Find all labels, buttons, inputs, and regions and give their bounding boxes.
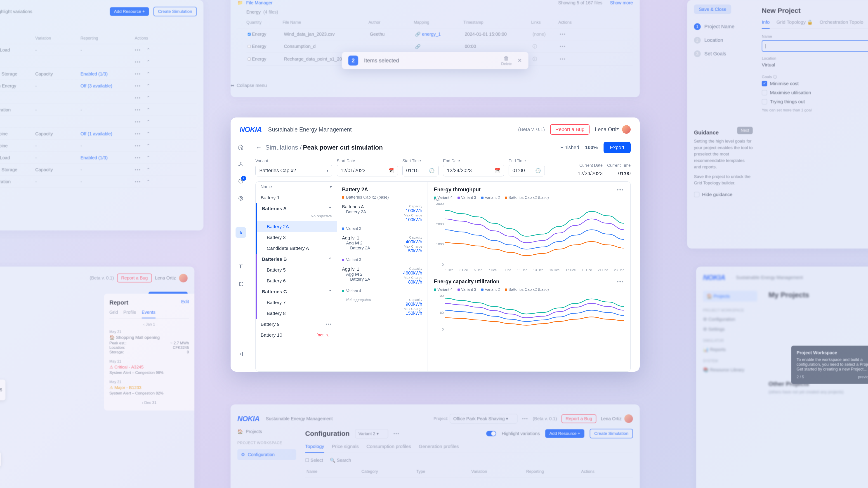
nav-reports[interactable]: 📊 Reports	[703, 347, 757, 352]
next-button[interactable]: Next	[737, 127, 753, 134]
chart-more-icon[interactable]: •••	[617, 187, 624, 193]
report-bug-button[interactable]: Report a Bug	[561, 414, 596, 423]
nav-configuration[interactable]: ⚙ Configuration	[703, 317, 757, 322]
project-select[interactable]: Office Park Peak Shaving ▾	[450, 414, 518, 423]
nav-projects[interactable]: Projects	[246, 429, 262, 434]
add-resource-button[interactable]: Add Resource +	[545, 429, 584, 438]
breadcrumb-root[interactable]: Simulations /	[266, 144, 302, 151]
tooltip-prev[interactable]: previous	[858, 375, 868, 379]
delete-icon[interactable]: 🗑Delete	[501, 55, 512, 66]
name-input[interactable]: |	[762, 40, 868, 52]
map-pin-2[interactable]: 🏠CFK3245	[0, 452, 1, 467]
search-input[interactable]: 🔍 Search	[330, 457, 351, 463]
avatar[interactable]	[622, 125, 631, 134]
end-time-input[interactable]: 01:00🕐	[508, 165, 545, 176]
select-checkbox[interactable]: ☐ Select	[305, 457, 323, 463]
variant-select[interactable]: Batteries Cap x2▾	[255, 165, 332, 176]
expand-icon[interactable]	[237, 350, 245, 358]
more-icon[interactable]: •••	[394, 431, 400, 436]
show-more-link[interactable]: Show more	[610, 0, 633, 5]
avatar[interactable]	[179, 274, 188, 283]
table-row[interactable]: Dynamic Load--•••⌃	[0, 44, 197, 56]
more-icon[interactable]: •••	[522, 416, 528, 421]
cfg-tab[interactable]: Topology	[305, 444, 324, 453]
tree-battery-1[interactable]: Battery 1	[256, 192, 337, 203]
tree-battery-3[interactable]: Battery 3	[256, 232, 337, 243]
chart-icon[interactable]	[236, 227, 246, 238]
cfg-tab[interactable]: Generation profiles	[418, 444, 459, 450]
tree-battery-7[interactable]: Battery 7	[256, 297, 337, 308]
export-button[interactable]: Export	[603, 142, 631, 153]
tree-candidate-a[interactable]: Candidate Battery A	[256, 243, 337, 254]
collapse-menu[interactable]: Collapse menu	[237, 83, 267, 88]
save-close-button[interactable]: Save & Close	[694, 4, 731, 14]
tree-battery-2a[interactable]: Battery 2A	[256, 221, 337, 232]
back-icon[interactable]: ←	[255, 144, 262, 151]
goal-minimise-checkbox[interactable]	[762, 81, 767, 86]
table-row[interactable]: Dynamic Load-Enabled (1/3)•••⌃	[0, 152, 197, 164]
file-row[interactable]: EnergyConsumption_d🔗 00:00ⓘ•••	[246, 40, 633, 53]
goal-maximise-checkbox[interactable]	[762, 90, 767, 95]
tab-info[interactable]: Info	[762, 20, 770, 29]
book-icon[interactable]	[237, 263, 245, 271]
start-time-input[interactable]: 01:15🕐	[402, 165, 438, 176]
bug-icon[interactable]	[237, 280, 245, 288]
tree-battery-5[interactable]: Battery 5	[256, 265, 337, 275]
tab-orchestration[interactable]: Orchestration Topolo	[819, 20, 863, 29]
close-icon[interactable]: ✕	[518, 57, 522, 64]
network-icon[interactable]	[237, 160, 245, 168]
table-row[interactable]: Invertor + StorageCapacity-•••⌃	[0, 164, 197, 176]
avatar[interactable]	[624, 414, 633, 423]
cfg-tab[interactable]: Price signals	[332, 444, 359, 450]
start-date-input[interactable]: 12/01/2023📅	[337, 165, 398, 176]
home-icon[interactable]	[237, 143, 245, 151]
table-row[interactable]: PV Generation--•••⌃	[0, 104, 197, 116]
event-item[interactable]: May 21⚠ Critical - A3245System Alert – C…	[110, 359, 189, 375]
create-simulation-button[interactable]: Create Simulation	[153, 7, 197, 16]
table-row[interactable]: Hydrogen Energy-Off (3 available)•••⌃	[0, 80, 197, 92]
gauge-icon[interactable]: 2	[237, 177, 245, 185]
report-bug-button[interactable]: Report a Bug	[550, 124, 590, 135]
step-location[interactable]: 2Location	[694, 37, 753, 43]
step-project-name[interactable]: 1Project Name	[694, 23, 753, 30]
tree-battery-6[interactable]: Battery 6	[256, 275, 337, 286]
event-item[interactable]: May 21🏠 Shopping Mall openingPeak est.:~…	[110, 330, 189, 355]
file-row[interactable]: EnergyWind_data_jan_2023.csvGeethu🔗 ener…	[246, 28, 633, 40]
variant-select[interactable]: Variant 2 ▾	[355, 429, 388, 438]
map-pin-1[interactable]: 🔋CFK3245 3	[0, 380, 5, 400]
toggle-highlight[interactable]	[486, 431, 496, 436]
table-row[interactable]: Wind Turbine--•••⌃	[0, 140, 197, 152]
tree-battery-8[interactable]: Battery 8	[256, 308, 337, 319]
rtab-profile[interactable]: Profile	[123, 310, 136, 318]
add-resource-button[interactable]: Add Resource +	[110, 7, 149, 16]
nav-settings[interactable]: ⚙ Settings	[703, 326, 757, 332]
group-energy[interactable]: Energy	[246, 9, 260, 14]
nav-projects[interactable]: 🏠 Projects	[703, 291, 757, 302]
event-item[interactable]: May 21⚠ Major - B1233System Alert – Cong…	[110, 380, 189, 396]
cfg-tab[interactable]: Consumption profiles	[366, 444, 411, 450]
rtab-grid[interactable]: Grid	[110, 310, 118, 318]
goal-trying-checkbox[interactable]	[762, 99, 767, 104]
table-row[interactable]: •••⌃	[0, 92, 197, 104]
tree-battery-9[interactable]: Battery 9•••	[256, 319, 337, 330]
tab-grid-topology[interactable]: Grid Topology 🔒	[776, 20, 813, 29]
tree-batteries-c[interactable]: Batteries C⌃	[256, 286, 337, 297]
tree-batteries-b[interactable]: Batteries B⌃	[256, 254, 337, 265]
table-row[interactable]: Wind TurbineCapacityOff (1 available)•••…	[0, 128, 197, 140]
target-icon[interactable]	[237, 194, 245, 202]
table-row[interactable]: •••⌃	[0, 56, 197, 68]
chart-more-icon[interactable]: •••	[617, 279, 624, 285]
edit-link[interactable]: Edit	[181, 299, 189, 306]
table-row[interactable]: •••⌃	[0, 116, 197, 128]
tree-battery-10[interactable]: Battery 10(not in…	[256, 330, 337, 340]
create-simulation-button[interactable]: Create Simulation	[590, 429, 633, 438]
nav-resource-library[interactable]: 📚 Resource Library	[703, 367, 757, 372]
tree-header[interactable]: Name▾	[256, 182, 337, 192]
table-row[interactable]: PV Generation--•••⌃	[0, 176, 197, 188]
rtab-events[interactable]: Events	[142, 310, 156, 318]
tab-profiles[interactable]: n profiles	[0, 23, 197, 28]
step-goals[interactable]: 3Set Goals	[694, 51, 753, 57]
report-bug-button[interactable]: Report a Bug	[117, 273, 152, 283]
hide-guidance-checkbox[interactable]	[694, 192, 700, 197]
tree-batteries-a[interactable]: Batteries A⌃	[256, 203, 337, 214]
